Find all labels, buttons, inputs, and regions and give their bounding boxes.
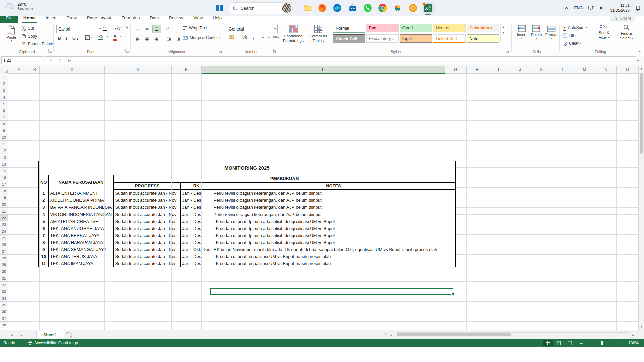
row-header-38[interactable]: 38: [0, 322, 8, 328]
styles-gallery-scroll[interactable]: ▲▼⌄: [500, 24, 506, 42]
start-button[interactable]: [213, 2, 225, 14]
column-header-B[interactable]: B: [30, 66, 40, 74]
row-header-23[interactable]: 23: [0, 221, 8, 228]
scroll-down-icon[interactable]: ▼: [640, 324, 643, 330]
cell-no[interactable]: 1: [39, 190, 49, 197]
cell-progress[interactable]: Sudah Input accurate Jan - Nov: [114, 211, 181, 218]
zoom-out-icon[interactable]: −: [580, 340, 583, 346]
font-dialog-launcher[interactable]: [125, 49, 129, 53]
sheet-tab-sheet1[interactable]: Sheet1: [36, 330, 64, 340]
row-header-36[interactable]: 36: [0, 308, 8, 315]
percent-style-button[interactable]: %: [242, 34, 247, 40]
cell-style-calculation[interactable]: Calculation: [467, 24, 499, 32]
merge-center-button[interactable]: Merge & Center▾: [183, 35, 221, 40]
cell-notes[interactable]: LK sudah di buat, tp msh ada selisih di …: [212, 218, 455, 225]
font-color-button[interactable]: A: [113, 34, 117, 41]
orientation-button[interactable]: ▾: [165, 26, 173, 31]
increase-indent-button[interactable]: [174, 35, 182, 42]
view-page-break-button[interactable]: [564, 340, 575, 346]
network-icon[interactable]: [588, 6, 594, 11]
fill-color-button[interactable]: [98, 34, 103, 40]
cell-nama[interactable]: TEKTANA BERKAT JAYA: [49, 232, 114, 239]
cell-notes[interactable]: Perlu revisi dibagian keterangan, dan AJ…: [212, 190, 455, 197]
cell-no[interactable]: 6: [39, 225, 49, 232]
fill-color-dropdown[interactable]: ▾: [107, 35, 108, 38]
align-center-button[interactable]: [143, 35, 151, 42]
format-cells-button[interactable]: Format▾: [544, 25, 559, 40]
name-box[interactable]: F22▾: [1, 56, 44, 64]
cell-nama[interactable]: BATAVIA PANGAN INDONESIA: [49, 204, 114, 211]
column-header-A[interactable]: A: [8, 66, 30, 74]
view-page-layout-button[interactable]: [553, 340, 564, 346]
grid-area[interactable]: MONITORING 2025 NO NAMA PERUSAHAAN PEMBU…: [8, 74, 638, 330]
row-header-5[interactable]: 5: [0, 101, 8, 107]
weather-widget[interactable]: 29°C Berawan: [5, 2, 33, 11]
format-painter-button[interactable]: Format Painter: [21, 42, 54, 46]
row-header-22[interactable]: 22: [0, 215, 8, 221]
align-right-button[interactable]: [152, 35, 160, 42]
row-header-21[interactable]: 21: [0, 208, 8, 215]
row-header-1[interactable]: 1: [0, 74, 8, 80]
cell-no[interactable]: 10: [39, 253, 49, 260]
cell-nama[interactable]: TEKTANA HARAPAN JAYA: [49, 239, 114, 246]
cell-no[interactable]: 9: [39, 246, 49, 253]
font-name-combo[interactable]: Calibri▾: [56, 25, 103, 33]
alignment-dialog-launcher[interactable]: [219, 49, 222, 53]
paste-button[interactable]: Paste ▾: [3, 25, 19, 42]
column-header-M[interactable]: M: [574, 66, 595, 74]
cell-no[interactable]: 3: [39, 204, 49, 211]
header-no[interactable]: NO: [39, 175, 49, 190]
taskbar-app-microsoft-store-icon[interactable]: [346, 2, 359, 14]
header-progress[interactable]: PROGRESS: [114, 182, 181, 190]
taskbar-app-chrome-beta-icon[interactable]: [407, 2, 419, 14]
taskbar-app-whatsapp-icon[interactable]: [362, 2, 374, 14]
cell-rk[interactable]: Jan - Des: [181, 190, 212, 197]
zoom-level[interactable]: 100%: [628, 341, 639, 345]
cell-progress[interactable]: Sudah Input accurate Jan - Des: [114, 246, 181, 253]
column-header-N[interactable]: N: [595, 66, 617, 74]
row-header-11[interactable]: 11: [0, 141, 8, 147]
row-header-37[interactable]: 37: [0, 315, 8, 322]
row-header-19[interactable]: 19: [0, 194, 8, 201]
decrease-decimal-button[interactable]: .00→: [272, 35, 280, 39]
column-header-L[interactable]: L: [552, 66, 574, 74]
cell-progress[interactable]: Sudah Input accurate Jan - Des: [114, 253, 181, 260]
row-header-4[interactable]: 4: [0, 94, 8, 101]
zoom-in-icon[interactable]: +: [622, 340, 624, 346]
row-header-31[interactable]: 31: [0, 275, 8, 282]
collapse-ribbon-button[interactable]: [638, 50, 642, 54]
hscroll-right-icon[interactable]: ▸: [630, 330, 637, 340]
cell-progress[interactable]: Sudah Input accurate Jan - Nov: [114, 204, 181, 211]
row-header-33[interactable]: 33: [0, 288, 8, 295]
horizontal-scrollbar[interactable]: [396, 332, 630, 338]
cell-notes[interactable]: Perlu revisi dibagian keterangan, dan AJ…: [212, 197, 455, 204]
cell-no[interactable]: 4: [39, 211, 49, 218]
cut-button[interactable]: Cut: [21, 26, 34, 31]
row-header-10[interactable]: 10: [0, 134, 8, 141]
borders-button[interactable]: ▾: [85, 35, 93, 40]
row-header-24[interactable]: 24: [0, 228, 8, 235]
vertical-scrollbar[interactable]: ▲ ▼: [638, 66, 644, 330]
cell-nama[interactable]: TEKTANA ANUGRAH JAYA: [49, 225, 114, 232]
cell-notes[interactable]: LK sudah di buat, tp msh ada selisih di …: [212, 239, 455, 246]
row-header-12[interactable]: 12: [0, 147, 8, 154]
header-rk[interactable]: RK: [181, 182, 212, 190]
row-header-29[interactable]: 29: [0, 261, 8, 268]
sheet-nav-prev-icon[interactable]: ◂: [7, 330, 16, 340]
row-header-26[interactable]: 26: [0, 241, 8, 248]
column-header-J[interactable]: J: [509, 66, 531, 74]
wrap-text-button[interactable]: Wrap Text: [183, 26, 207, 31]
align-top-button[interactable]: [133, 25, 142, 32]
row-header-2[interactable]: 2: [0, 80, 8, 87]
cell-notes[interactable]: RK bulan November masih blm ada, LK suda…: [212, 246, 455, 253]
search-highlight-image[interactable]: [282, 3, 291, 13]
cell-nama[interactable]: TEKTANA TERUS JAYA: [49, 253, 114, 260]
row-header-13[interactable]: 13: [0, 154, 8, 161]
align-left-button[interactable]: [133, 35, 142, 42]
taskbar-app-file-explorer-icon[interactable]: [301, 2, 313, 14]
align-bottom-button[interactable]: [152, 25, 161, 33]
cell-no[interactable]: 2: [39, 197, 49, 204]
cell-notes[interactable]: Perlu revisi dibagian keterangan, dan AJ…: [212, 204, 455, 211]
bold-button[interactable]: B: [58, 36, 61, 41]
clock[interactable]: 11:51 31/01/2026: [610, 3, 630, 13]
